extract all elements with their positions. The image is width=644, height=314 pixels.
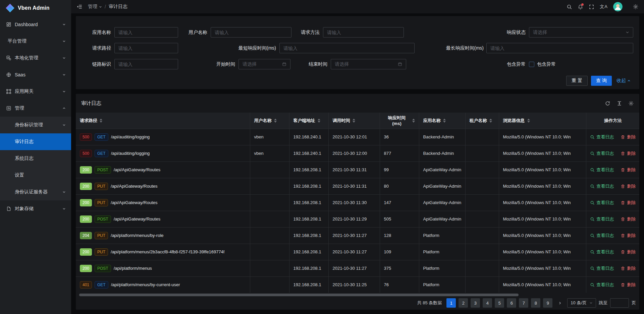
avatar[interactable] <box>613 2 623 11</box>
sort-icon[interactable] <box>353 119 355 123</box>
column-header[interactable]: 浏览器信息 <box>499 113 586 129</box>
column-header[interactable]: 用户名称 <box>250 113 289 129</box>
column-settings-icon[interactable] <box>628 101 634 106</box>
view-log-link[interactable]: 查看日志 <box>590 249 614 255</box>
response-status-select[interactable]: 请选择 <box>529 27 633 38</box>
sort-icon[interactable] <box>412 119 415 123</box>
view-log-link[interactable]: 查看日志 <box>590 134 614 140</box>
breadcrumb-root[interactable]: 管理 <box>88 4 102 10</box>
collapse-link[interactable]: 收起 <box>616 78 631 84</box>
max-response-time-input[interactable] <box>486 43 633 53</box>
sort-icon[interactable] <box>443 119 446 123</box>
view-log-link[interactable]: 查看日志 <box>590 233 614 239</box>
page-button-1[interactable]: 1 <box>446 298 456 308</box>
sort-icon[interactable] <box>527 119 530 123</box>
reset-button[interactable]: 重 置 <box>566 76 588 86</box>
sidebar-item-app-gateway[interactable]: 应用网关 <box>0 83 71 100</box>
settings-icon[interactable] <box>633 4 639 10</box>
delete-link[interactable]: 删除 <box>621 249 636 255</box>
column-header[interactable]: 请求路径 <box>76 113 250 129</box>
delete-link[interactable]: 删除 <box>621 167 636 173</box>
magnifier-icon <box>590 233 595 238</box>
sidebar-item-saas[interactable]: Saas <box>0 66 71 83</box>
delete-link[interactable]: 删除 <box>621 183 636 189</box>
sort-icon[interactable] <box>489 119 492 123</box>
column-header[interactable]: 应用名称 <box>419 113 465 129</box>
row-height-icon[interactable] <box>616 101 622 106</box>
pagination-pages: 123456789 <box>446 298 552 308</box>
view-log-link[interactable]: 查看日志 <box>590 200 614 206</box>
sidebar-item-system-log[interactable]: 系统日志 <box>0 150 71 167</box>
view-log-link[interactable]: 查看日志 <box>590 282 614 288</box>
min-response-time-input[interactable] <box>279 43 415 53</box>
status-badge: 200 <box>80 199 92 206</box>
sort-icon[interactable] <box>274 119 277 123</box>
sidebar-item-auth-server[interactable]: 身份认证服务器 <box>0 184 71 200</box>
page-button-2[interactable]: 2 <box>459 298 468 308</box>
trace-id-input[interactable] <box>114 59 178 69</box>
locale-icon[interactable]: 文A <box>600 4 608 10</box>
column-header[interactable]: 响应时间(ms) <box>380 113 419 129</box>
view-log-link[interactable]: 查看日志 <box>590 167 614 173</box>
delete-link[interactable]: 删除 <box>621 216 636 222</box>
collapse-sidebar-icon[interactable] <box>76 4 83 10</box>
method-badge: GET <box>95 150 108 157</box>
magnifier-icon <box>590 266 595 271</box>
request-path-input[interactable] <box>114 43 178 53</box>
chevron-down-icon <box>62 123 66 127</box>
page-button-9[interactable]: 9 <box>543 298 552 308</box>
page-button-6[interactable]: 6 <box>507 298 516 308</box>
sidebar-item-platform-management[interactable]: 平台管理 <box>0 33 71 50</box>
sidebar-item-localization-management[interactable]: 本地化管理 <box>0 50 71 66</box>
chevron-down-icon <box>62 73 66 76</box>
logo[interactable]: Vben Admin <box>0 0 71 16</box>
user-name-input[interactable] <box>211 27 291 38</box>
localization-icon <box>6 55 11 61</box>
delete-link[interactable]: 删除 <box>621 233 636 239</box>
page-button-7[interactable]: 7 <box>519 298 528 308</box>
delete-link[interactable]: 删除 <box>621 150 636 156</box>
column-header[interactable]: 客户端地址 <box>289 113 328 129</box>
view-log-link[interactable]: 查看日志 <box>590 183 614 189</box>
sidebar-item-management[interactable]: 管理 <box>0 100 71 117</box>
page-button-4[interactable]: 4 <box>483 298 492 308</box>
page-button-5[interactable]: 5 <box>495 298 504 308</box>
include-exception-checkbox[interactable] <box>529 62 534 67</box>
sidebar-item-dashboard[interactable]: Dashboard <box>0 16 71 33</box>
page-size-select[interactable]: 10 条/页 <box>567 298 596 308</box>
sidebar-item-identity-management[interactable]: 身份标识管理 <box>0 117 71 133</box>
notification-icon[interactable] <box>578 4 583 10</box>
view-log-link[interactable]: 查看日志 <box>590 216 614 222</box>
scrollbar-thumb[interactable] <box>79 294 519 296</box>
delete-link[interactable]: 删除 <box>621 134 636 140</box>
client-address-cell: 192.168.208.1 <box>289 227 328 244</box>
jump-page-input[interactable] <box>610 298 629 308</box>
fullscreen-icon[interactable] <box>589 4 594 10</box>
view-log-link[interactable]: 查看日志 <box>590 150 614 156</box>
delete-link[interactable]: 删除 <box>621 200 636 206</box>
sidebar-item-settings[interactable]: 设置 <box>0 167 71 184</box>
sort-icon[interactable] <box>318 119 320 123</box>
end-time-picker[interactable]: 请选择 <box>331 59 406 69</box>
sidebar-item-object-storage[interactable]: 对象存储 <box>0 200 71 217</box>
sort-icon[interactable] <box>100 119 102 123</box>
page-button-3[interactable]: 3 <box>471 298 480 308</box>
start-time-picker[interactable]: 请选择 <box>238 59 290 69</box>
search-icon[interactable] <box>567 4 572 10</box>
next-page-button[interactable] <box>555 298 565 308</box>
page-button-8[interactable]: 8 <box>531 298 540 308</box>
delete-link[interactable]: 删除 <box>621 282 636 288</box>
field-label: 包含异常 <box>505 61 529 67</box>
app-name-input[interactable] <box>114 27 178 38</box>
view-log-link[interactable]: 查看日志 <box>590 265 614 271</box>
calendar-icon <box>398 62 402 66</box>
query-button[interactable]: 查 询 <box>591 76 612 86</box>
chevron-down-icon <box>62 207 66 210</box>
sidebar-item-audit-log[interactable]: 审计日志 <box>0 133 71 150</box>
column-header[interactable]: 调用时间 <box>328 113 380 129</box>
request-method-input[interactable] <box>323 27 404 38</box>
field-request-method: 请求方法 <box>299 27 404 38</box>
column-header[interactable]: 租户名称 <box>465 113 499 129</box>
refresh-icon[interactable] <box>605 101 610 106</box>
delete-link[interactable]: 删除 <box>621 265 636 271</box>
